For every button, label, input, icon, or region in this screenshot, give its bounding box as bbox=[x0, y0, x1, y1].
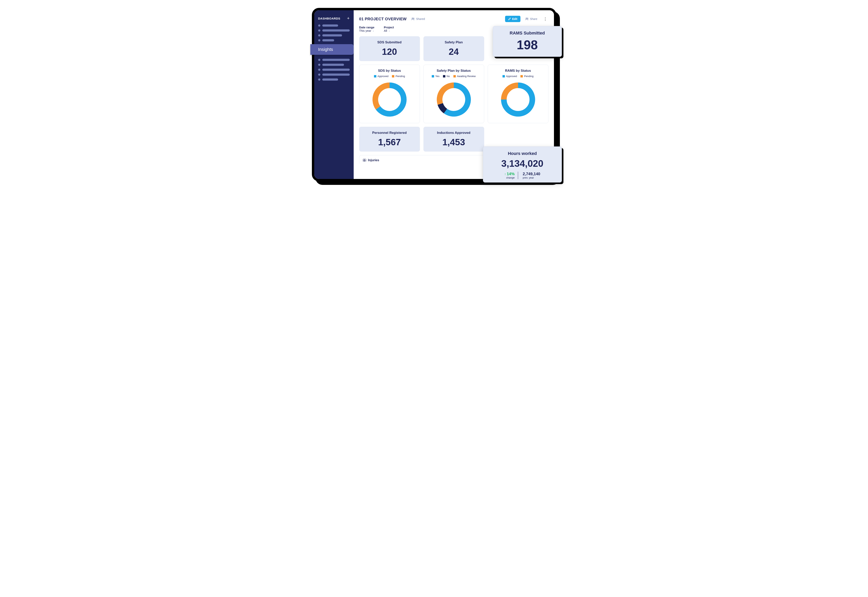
sidebar-item[interactable] bbox=[318, 59, 350, 61]
stat-card-safety-plan: Safety Plan 24 bbox=[424, 36, 484, 61]
stat-card-hours-popout: Hours worked 3,134,020 ↑14% change 2,749… bbox=[483, 146, 562, 183]
sidebar-item[interactable] bbox=[318, 79, 350, 81]
chart-legend: ApprovedPending bbox=[363, 75, 416, 78]
svg-point-1 bbox=[413, 18, 414, 19]
shared-badge: Shared bbox=[411, 17, 425, 21]
edit-button[interactable]: Edit bbox=[505, 16, 520, 22]
app-window: DASHBOARDS + Insights 01 PROJECT OVERVIE… bbox=[312, 8, 556, 181]
filter-project[interactable]: Project All⌄ bbox=[384, 25, 394, 32]
svg-point-0 bbox=[412, 18, 413, 19]
donut-chart bbox=[435, 81, 473, 118]
chart-legend: ApprovedPending bbox=[492, 75, 545, 78]
stat-card-personnel: Personnel Registered 1,567 bbox=[359, 127, 420, 151]
filter-date-range[interactable]: Date range This year⌄ bbox=[359, 25, 375, 32]
sidebar-item[interactable] bbox=[318, 68, 350, 71]
stat-card-inductions: Inductions Approved 1,453 bbox=[424, 127, 484, 151]
chart-card-rams: RAMS by Status ApprovedPending bbox=[488, 65, 548, 123]
chart-card-sds: SDS by Status ApprovedPending bbox=[359, 65, 420, 123]
sidebar-title: DASHBOARDS bbox=[318, 17, 340, 20]
chevron-down-icon: ⌄ bbox=[388, 30, 390, 32]
donut-chart bbox=[371, 81, 408, 118]
grid-icon bbox=[363, 159, 366, 162]
stat-card-rams-popout: RAMS Submitted 198 bbox=[493, 26, 562, 57]
stat-card-sds: SDS Submitted 120 bbox=[359, 36, 420, 61]
sidebar-item-insights[interactable]: Insights bbox=[310, 44, 354, 55]
sidebar-item[interactable] bbox=[318, 30, 350, 31]
sidebar-item[interactable] bbox=[318, 74, 350, 76]
arrow-up-icon: ↑ bbox=[504, 172, 506, 176]
people-icon bbox=[411, 18, 415, 20]
page-title: 01 PROJECT OVERVIEW bbox=[359, 17, 407, 21]
sidebar-item[interactable] bbox=[318, 24, 350, 27]
sidebar-item[interactable] bbox=[318, 39, 350, 42]
donut-chart bbox=[499, 81, 537, 118]
svg-point-2 bbox=[526, 18, 527, 19]
chart-card-safety: Safety Plan by Status YesNoAwaiting Revi… bbox=[424, 65, 484, 123]
chart-legend: YesNoAwaiting Review bbox=[427, 75, 480, 78]
add-dashboard-button[interactable]: + bbox=[347, 16, 349, 21]
sidebar-group-2 bbox=[314, 59, 354, 81]
svg-point-3 bbox=[527, 18, 528, 19]
sidebar-item[interactable] bbox=[318, 34, 350, 36]
sidebar-item[interactable] bbox=[318, 64, 350, 66]
chevron-down-icon: ⌄ bbox=[372, 30, 374, 32]
more-menu-button[interactable]: ⋮ bbox=[542, 16, 548, 21]
sidebar: DASHBOARDS + Insights bbox=[314, 10, 354, 179]
sidebar-group-1 bbox=[314, 24, 354, 42]
people-icon bbox=[525, 18, 529, 20]
share-button[interactable]: Share bbox=[525, 17, 537, 21]
pencil-icon bbox=[508, 18, 511, 20]
